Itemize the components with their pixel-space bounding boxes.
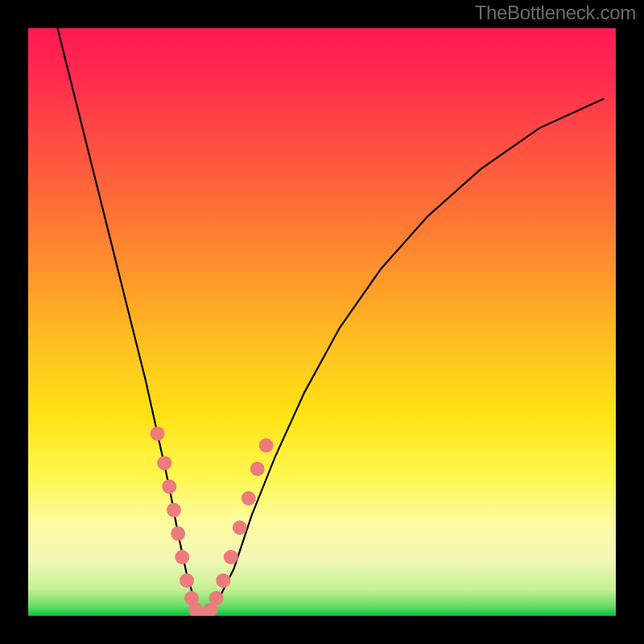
highlight-dot (250, 462, 265, 477)
plot-area (28, 28, 616, 616)
highlight-dot (157, 456, 171, 470)
highlight-dot (242, 491, 256, 506)
watermark-label: TheBottleneck.com (475, 2, 636, 24)
highlight-dot (233, 521, 247, 535)
chart-frame: TheBottleneck.com (0, 0, 644, 644)
chart-svg (28, 28, 616, 616)
highlight-dot (224, 550, 238, 564)
highlight-dot (259, 438, 274, 452)
highlight-dot (180, 573, 194, 588)
highlight-dot (162, 479, 176, 493)
highlight-dot (216, 573, 230, 588)
highlight-dot (171, 526, 185, 541)
highlight-dot (151, 427, 165, 441)
gradient-background (28, 28, 616, 616)
highlight-dot (175, 550, 189, 564)
highlight-dot (209, 591, 224, 605)
highlight-dot (167, 503, 181, 518)
